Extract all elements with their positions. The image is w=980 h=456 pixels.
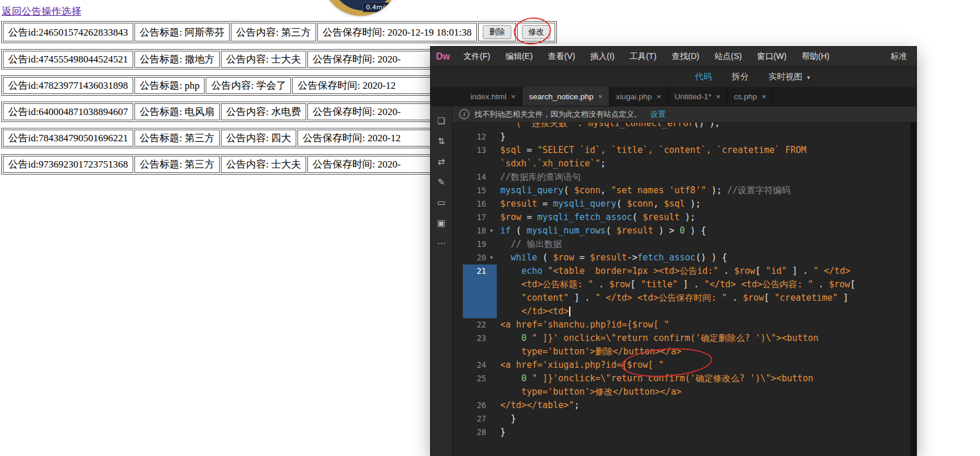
modify-button[interactable]: 修改 — [522, 25, 550, 39]
tab-close-icon[interactable]: × — [716, 92, 721, 101]
code-text: type='button'>删除</button></a> — [497, 345, 681, 358]
code-text: </td></table>"; — [497, 399, 579, 412]
gutter — [452, 123, 497, 130]
code-line: `sdxh`.`xh_notice`"; — [452, 157, 916, 170]
code-line: 21 echo "<table border=1px ><td>公告id:" .… — [452, 264, 916, 278]
code-line: 22<a href='shanchu.php?id={$row[ " — [452, 318, 916, 332]
view-mode-split[interactable]: 拆分 — [732, 71, 749, 82]
menu-item[interactable]: 窗口(W) — [749, 51, 794, 62]
line-number: 26 — [466, 399, 486, 412]
code-text: } — [497, 426, 505, 439]
tab-close-icon[interactable]: × — [657, 92, 662, 101]
notice-title-cell: 公告标题: 阿斯蒂芬 — [134, 23, 230, 41]
code-text: $row = mysqli_fetch_assoc( $result ); — [497, 211, 695, 224]
code-line: 27 } — [452, 412, 916, 426]
menu-item[interactable]: 工具(T) — [622, 51, 664, 62]
sort-icon[interactable]: ⇅ — [431, 134, 452, 149]
fold-arrow-icon[interactable]: ▼ — [486, 251, 497, 264]
comment-icon[interactable]: ▭ — [431, 195, 452, 210]
view-mode-code[interactable]: 代码 — [695, 71, 712, 82]
code-text: <td>公告标题: " . $row[ "title" ] . "</td> <… — [497, 278, 856, 291]
code-text: 0 " ]}'onclick=\"return confirm('确定修改么? … — [497, 372, 813, 385]
fold-arrow-icon[interactable]: ▼ — [486, 224, 497, 238]
menu-item[interactable]: 插入(I) — [583, 51, 622, 62]
gutter: 28 — [452, 426, 497, 439]
more-icon[interactable]: ⋯ — [431, 236, 452, 251]
tab-label: xiugai.php — [616, 92, 652, 101]
gutter: 22 — [452, 318, 497, 332]
gutter: 18▼ — [452, 224, 497, 238]
line-number: 27 — [466, 412, 486, 426]
menu-item[interactable]: 编辑(E) — [498, 51, 541, 62]
code-text: } — [497, 130, 505, 144]
line-number: 20 — [466, 251, 486, 264]
gutter: 12 — [452, 130, 497, 144]
code-text: } — [497, 412, 516, 426]
menu-item[interactable]: 查看(V) — [541, 51, 583, 62]
menu-item[interactable]: 帮助(H) — [794, 51, 837, 62]
format-icon[interactable]: ✎ — [431, 175, 452, 190]
view-mode-live[interactable]: 实时视图▾ — [768, 71, 810, 82]
code-text: "content" ] . " </td> <td>公告保存时间: " . $r… — [497, 291, 849, 305]
line-number: 22 — [466, 318, 486, 332]
code-line: 16$result = mysqli_query( $conn, $sql ); — [452, 197, 916, 211]
gutter: 25 — [452, 372, 497, 385]
tab-label: Untitled-1* — [674, 92, 711, 101]
code-line: </td><td> — [452, 305, 916, 318]
code-text: <a href='xiugai.php?id={$row[ " — [497, 358, 664, 372]
document-tab[interactable]: xiugai.php× — [610, 87, 668, 106]
line-number: 18 — [466, 224, 486, 238]
swap-arrows-icon[interactable]: ⇄ — [431, 154, 452, 169]
site-setup-link[interactable]: 设置 — [650, 109, 666, 120]
code-text: $result = mysqli_query( $conn, $sql ); — [497, 197, 701, 211]
panel-icon[interactable]: ▣ — [431, 215, 452, 231]
file-icon[interactable]: ❏ — [431, 113, 452, 128]
tab-close-icon[interactable]: × — [598, 92, 602, 101]
code-line: 26</td></table>"; — [452, 399, 916, 412]
code-line: "content" ] . " </td> <td>公告保存时间: " . $r… — [452, 291, 916, 305]
notice-content-cell: 公告内容: 士大夫 — [221, 156, 306, 173]
menu-item[interactable]: 站点(S) — [707, 51, 750, 62]
dreamweaver-window: Dw 文件(F)编辑(E)查看(V)插入(I)工具(T)查找(D)站点(S)窗口… — [431, 47, 916, 456]
tool-sidebar: ❏⇅⇄✎▭▣⋯ — [431, 106, 452, 456]
notice-time-cell: 公告保存时间: 2020-12-19 18:01:38 — [317, 23, 477, 41]
tab-close-icon[interactable]: × — [511, 92, 516, 101]
code-line: 18▼if ( mysqli_num_rows( $result ) > 0 )… — [452, 224, 916, 238]
line-number: 21 — [466, 264, 486, 278]
notice-content-cell: 公告内容: 四大 — [221, 130, 296, 147]
vertical-scrollbar[interactable] — [910, 122, 916, 456]
delete-button[interactable]: 删除 — [483, 25, 511, 39]
code-text: </td><td> — [497, 305, 570, 318]
menu-bar: Dw 文件(F)编辑(E)查看(V)插入(I)工具(T)查找(D)站点(S)窗口… — [431, 47, 916, 66]
document-tab[interactable]: index.html× — [464, 87, 522, 106]
code-line: 12} — [452, 130, 916, 144]
modify-cell: 修改 — [517, 23, 555, 41]
document-tab[interactable]: Untitled-1*× — [668, 87, 728, 106]
menu-item[interactable]: 文件(F) — [456, 51, 498, 62]
dreamweaver-logo: Dw — [431, 51, 456, 62]
notice-content-cell: 公告内容: 士大夫 — [221, 51, 306, 68]
workspace-switcher[interactable]: 标准 — [891, 51, 916, 62]
code-line: 28} — [452, 426, 916, 439]
menu-items: 文件(F)编辑(E)查看(V)插入(I)工具(T)查找(D)站点(S)窗口(W)… — [456, 51, 837, 62]
line-number: 25 — [466, 372, 486, 385]
code-line: 13$sql = "SELECT `id`, `title`, `content… — [452, 144, 916, 157]
gutter: 19 — [452, 238, 497, 251]
code-rows[interactable]: ( "连接失败" . mysqli_connect_error() );12}1… — [452, 123, 916, 456]
notice-content-cell: 公告内容: 学会了 — [206, 77, 291, 94]
gauge-value: 0.4m/s — [362, 2, 392, 12]
tab-label: cs.php — [734, 92, 757, 101]
document-tab[interactable]: cs.php× — [728, 87, 773, 106]
line-number: 17 — [466, 211, 486, 224]
code-text: <a href='shanchu.php?id={$row[ " — [497, 318, 669, 332]
code-line: <td>公告标题: " . $row[ "title" ] . "</td> <… — [452, 278, 916, 291]
tab-close-icon[interactable]: × — [762, 92, 767, 101]
menu-item[interactable]: 查找(D) — [664, 51, 707, 62]
text-cursor — [569, 307, 570, 316]
code-text: ( "连接失败" . mysqli_connect_error() ); — [497, 123, 720, 130]
back-link[interactable]: 返回公告操作选择 — [2, 5, 81, 18]
gutter: 14 — [452, 170, 497, 184]
gutter: 24 — [452, 358, 497, 372]
gutter: 26 — [452, 399, 497, 412]
document-tab[interactable]: search_notice.php× — [522, 87, 610, 106]
